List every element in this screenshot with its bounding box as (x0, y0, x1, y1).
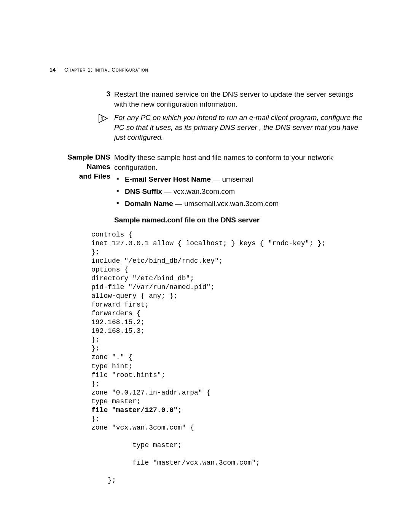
code-block: controls { inet 127.0.0.1 allow { localh… (91, 230, 365, 485)
code-line: type hint; (91, 363, 132, 370)
code-line: file "root.hints"; (91, 371, 165, 379)
code-line: }; (91, 248, 100, 256)
bullet-domain: Domain Name — umsemail.vcx.wan.3com.com (125, 199, 365, 209)
code-line: zone "0.0.127.in-addr.arpa" { (91, 389, 210, 396)
code-line: directory "/etc/bind_db"; (91, 275, 194, 282)
info-note-row: i For any PC on which you intend to run … (46, 113, 365, 142)
page-number: 14 (49, 67, 56, 73)
code-line: allow-query { any; }; (91, 292, 178, 300)
bullet-domain-label: Domain Name (125, 200, 173, 208)
bullet-domain-value: — umsemail.vcx.wan.3com.com (173, 200, 279, 208)
step-number: 3 (103, 89, 110, 99)
info-icon-col: i (46, 113, 114, 127)
svg-text:i: i (101, 115, 103, 121)
code-line: zone "vcx.wan.3com.com" { (91, 424, 194, 431)
step-3-row: 3 Restart the named service on the DNS s… (46, 89, 365, 109)
page-content: 3 Restart the named service on the DNS s… (46, 89, 365, 485)
code-line: include "/etc/bind_db/rndc.key"; (91, 257, 223, 265)
page-header: 14 Chapter 1: Initial Configuration (49, 67, 148, 73)
section-intro: Modify these sample host and file names … (114, 153, 365, 172)
info-note-text: For any PC on which you intend to run an… (114, 113, 365, 142)
bullet-email: E-mail Server Host Name — umsemail (125, 174, 365, 184)
code-line: }; (91, 380, 100, 388)
code-line: inet 127.0.0.1 allow { localhost; } keys… (91, 240, 326, 247)
code-line: 192.168.15.2; (91, 318, 145, 326)
chapter-title: Chapter 1: Initial Configuration (64, 67, 148, 73)
svg-marker-0 (99, 114, 107, 123)
code-line: type master; (91, 398, 141, 405)
code-line: forward first; (91, 301, 149, 308)
bullet-email-label: E-mail Server Host Name (125, 175, 211, 183)
bullet-suffix: DNS Suffix — vcx.wan.3com.com (125, 187, 365, 197)
section-body: Modify these sample host and file names … (114, 153, 365, 225)
code-line: zone "." { (91, 353, 132, 361)
code-line: 192.168.15.3; (91, 327, 145, 335)
code-line: }; (91, 336, 100, 343)
document-page: 14 Chapter 1: Initial Configuration 3 Re… (0, 0, 411, 532)
section-row: Sample DNS Names and Files Modify these … (46, 153, 365, 225)
code-line: }; (91, 476, 116, 484)
step-number-col: 3 (46, 89, 114, 99)
code-line: pid-file "/var/run/named.pid"; (91, 283, 215, 291)
code-line: forwarders { (91, 310, 141, 317)
code-line: type master; (91, 441, 182, 449)
code-line: }; (91, 345, 100, 352)
info-icon: i (97, 118, 110, 126)
code-line: file "master/vcx.wan.3com.com"; (91, 459, 260, 466)
bullet-list: E-mail Server Host Name — umsemail DNS S… (114, 174, 365, 208)
subheading: Sample named.conf file on the DNS server (114, 215, 365, 225)
bullet-email-value: — umsemail (211, 175, 253, 183)
margin-title-line2: and Files (46, 172, 110, 181)
step-text: Restart the named service on the DNS ser… (114, 89, 365, 109)
section-margin-title: Sample DNS Names and Files (46, 153, 114, 181)
margin-title-line1: Sample DNS Names (46, 153, 110, 171)
bullet-suffix-label: DNS Suffix (125, 187, 162, 195)
code-line: options { (91, 266, 128, 273)
bullet-suffix-value: — vcx.wan.3com.com (162, 187, 235, 195)
code-line: file "master/127.0.0"; (91, 406, 182, 414)
code-line: controls { (91, 231, 132, 238)
code-line: }; (91, 415, 100, 423)
